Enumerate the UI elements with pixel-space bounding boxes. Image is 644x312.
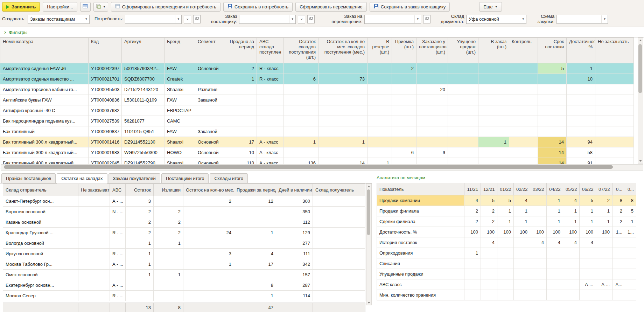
- table-row[interactable]: Продажи компании4554145288: [377, 195, 636, 206]
- cell[interactable]: 287: [276, 280, 313, 291]
- cell[interactable]: L5301011-Q109: [122, 95, 164, 105]
- cell[interactable]: [478, 63, 509, 74]
- table-row[interactable]: Бак топливныйУТ0000408371101015-Q851FAWЗ…: [0, 126, 634, 137]
- cell[interactable]: 1: [126, 259, 154, 270]
- cell[interactable]: 1: [497, 216, 514, 227]
- cell[interactable]: [183, 217, 234, 228]
- cell[interactable]: [234, 238, 276, 249]
- cell[interactable]: 1: [183, 259, 234, 270]
- cell[interactable]: [416, 137, 448, 147]
- cell[interactable]: [580, 258, 596, 269]
- cell[interactable]: [481, 248, 497, 258]
- move-order-combobox[interactable]: ▼: [364, 15, 421, 24]
- cell[interactable]: [567, 116, 595, 126]
- cell[interactable]: 1...: [612, 227, 625, 237]
- column-header[interactable]: Бренд: [164, 38, 195, 63]
- cell[interactable]: [226, 84, 257, 95]
- cell[interactable]: 6: [284, 74, 318, 84]
- column-header[interactable]: Достаточность, %: [567, 38, 595, 63]
- cell[interactable]: А - класс: [257, 137, 284, 147]
- form-move-button[interactable]: Сформировать перемещение: [295, 2, 367, 12]
- cell[interactable]: [595, 74, 634, 84]
- cell[interactable]: 112: [276, 217, 313, 228]
- column-header[interactable]: 06/22: [580, 183, 596, 195]
- cell[interactable]: 10: [226, 147, 257, 158]
- cell[interactable]: [509, 74, 538, 84]
- cell[interactable]: [313, 259, 365, 270]
- cell[interactable]: [78, 238, 110, 249]
- cell[interactable]: [481, 290, 497, 300]
- cell[interactable]: 342: [276, 259, 313, 270]
- column-header[interactable]: Склад отправитель: [3, 184, 78, 196]
- filters-toggle[interactable]: Фильтры: [9, 30, 27, 35]
- cell[interactable]: УТ000037682: [89, 105, 122, 116]
- cell[interactable]: [257, 126, 284, 137]
- cell[interactable]: 73: [318, 74, 368, 84]
- column-header[interactable]: Излишки: [154, 184, 183, 196]
- cell[interactable]: 5001857903/42...: [122, 63, 164, 74]
- cell[interactable]: [580, 248, 596, 258]
- cell[interactable]: [110, 270, 126, 280]
- chevron-down-icon[interactable]: ▼: [289, 15, 295, 23]
- cell[interactable]: [596, 258, 612, 269]
- cell[interactable]: [595, 126, 634, 137]
- cell[interactable]: 10: [567, 74, 595, 84]
- cell[interactable]: [595, 95, 634, 105]
- cell[interactable]: Екатеринбург основн...: [3, 280, 78, 291]
- cell[interactable]: Бак топливный: [0, 126, 89, 137]
- cell[interactable]: 13: [126, 303, 154, 312]
- cell[interactable]: 20: [416, 84, 448, 95]
- cell[interactable]: [313, 196, 365, 207]
- cell[interactable]: [478, 105, 509, 116]
- cell[interactable]: [514, 248, 530, 258]
- cell[interactable]: 3: [126, 196, 154, 207]
- settings-button[interactable]: Настройки...: [43, 2, 77, 12]
- cell[interactable]: SQDZ6807700: [122, 74, 164, 84]
- chevron-right-icon[interactable]: ›: [4, 29, 6, 35]
- cell[interactable]: Краснодар Грузовой ...: [3, 228, 78, 238]
- cell[interactable]: [567, 84, 595, 95]
- cell[interactable]: [276, 303, 313, 312]
- supplier-order-open-button[interactable]: [307, 15, 315, 23]
- cell[interactable]: [509, 137, 538, 147]
- table-row[interactable]: Мин. количество хранения: [377, 290, 636, 300]
- cell[interactable]: 100: [497, 227, 514, 237]
- cell[interactable]: R - ...: [110, 291, 126, 301]
- scrollbar-thumb[interactable]: [4, 165, 613, 169]
- cell[interactable]: 100: [530, 227, 547, 237]
- cell[interactable]: [497, 258, 514, 269]
- cell[interactable]: [368, 95, 392, 105]
- cell[interactable]: Воронеж основной: [3, 207, 78, 217]
- cell[interactable]: УТ000045503: [89, 84, 122, 95]
- table-row[interactable]: Омск основной11157: [3, 270, 365, 280]
- cell[interactable]: [284, 147, 318, 158]
- chevron-down-icon[interactable]: ▼: [175, 15, 181, 23]
- cell[interactable]: [563, 258, 580, 269]
- cell[interactable]: 2: [612, 206, 625, 216]
- cell[interactable]: [313, 238, 365, 249]
- cell[interactable]: 1: [497, 206, 514, 216]
- cell[interactable]: [154, 259, 183, 270]
- table-row[interactable]: Продажи филиала2211111125: [377, 206, 636, 216]
- cell[interactable]: [464, 269, 481, 279]
- cell[interactable]: 1: [154, 238, 183, 249]
- column-header[interactable]: 03/22: [530, 183, 547, 195]
- save-need-button[interactable]: Сохранить в потребность: [223, 2, 293, 12]
- table-row[interactable]: Амортизатор торсиона кабины го...УТ00004…: [0, 84, 634, 95]
- cell[interactable]: 1: [547, 195, 563, 206]
- cell[interactable]: [416, 74, 448, 84]
- cell[interactable]: 1: [464, 248, 481, 258]
- table-row[interactable]: Упущенные продажи: [377, 269, 636, 279]
- cell[interactable]: [478, 74, 509, 84]
- cell[interactable]: Основной: [195, 137, 226, 147]
- cell[interactable]: 8: [625, 195, 636, 206]
- cell[interactable]: [257, 84, 284, 95]
- column-header[interactable]: Дней в наличии: [276, 184, 313, 196]
- column-header[interactable]: 0...: [625, 183, 636, 195]
- cell[interactable]: А-...: [596, 279, 612, 290]
- cell[interactable]: [514, 237, 530, 248]
- cell[interactable]: [612, 248, 625, 258]
- scroll-up-button[interactable]: [638, 38, 643, 43]
- table-row[interactable]: Санкт-Петербург осн...А - ...3212300: [3, 196, 365, 207]
- cell[interactable]: [547, 290, 563, 300]
